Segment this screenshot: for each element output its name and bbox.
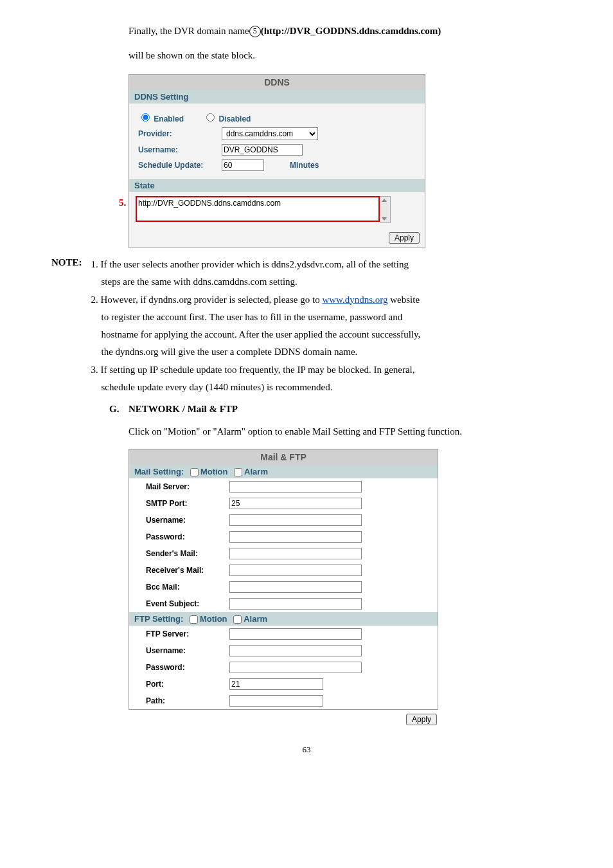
ftp-path-input[interactable] — [229, 695, 323, 707]
senders-mail-input[interactable] — [229, 548, 362, 559]
scrollbar-stub[interactable] — [380, 196, 391, 223]
provider-label: Provider: — [138, 129, 222, 138]
enabled-radio[interactable] — [141, 113, 150, 122]
receivers-mail-label: Receiver's Mail: — [133, 566, 229, 575]
ftp-username-input[interactable] — [229, 645, 362, 656]
senders-mail-label: Sender's Mail: — [133, 549, 229, 558]
disabled-radio[interactable] — [206, 113, 215, 122]
ftp-username-label: Username: — [133, 646, 229, 655]
schedule-input[interactable] — [222, 159, 264, 171]
mail-username-label: Username: — [133, 516, 229, 525]
note-item1-l1: 1. If the user selects another provider … — [91, 257, 421, 272]
mail-username-input[interactable] — [229, 514, 362, 526]
username-input[interactable] — [222, 144, 303, 156]
mail-alarm-checkbox[interactable] — [234, 468, 242, 476]
note-item2-l3: hostname for applying the account. After… — [102, 327, 421, 342]
intro-prefix: Finally, the DVR domain name — [129, 26, 249, 36]
mail-password-label: Password: — [133, 532, 229, 541]
circled-five: 5 — [249, 26, 261, 37]
provider-select[interactable]: ddns.camddns.com — [222, 127, 318, 140]
ftp-port-label: Port: — [133, 680, 229, 689]
mailftp-panel: Mail & FTP Mail Setting: Motion Alarm Ma… — [129, 449, 438, 710]
section-g-letter: G. — [109, 404, 129, 415]
ftp-path-label: Path: — [133, 696, 229, 705]
ddns-title: DDNS — [129, 75, 425, 90]
state-area: 5. http://DVR_GODDNS.ddns.camddns.com — [129, 192, 425, 230]
note-block: NOTE: 1. If the user selects another pro… — [51, 257, 562, 397]
ddns-setting-header: DDNS Setting — [129, 90, 425, 104]
ftp-motion-checkbox[interactable] — [190, 615, 198, 624]
section-g-title: NETWORK / Mail & FTP — [129, 404, 238, 415]
marker-5: 5. — [119, 197, 126, 208]
note-label: NOTE: — [51, 257, 82, 397]
section-g-body: Click on "Motion" or "Alarm" option to e… — [129, 424, 562, 439]
dyndns-link[interactable]: www.dyndns.org — [322, 294, 387, 305]
intro-suffix: (http://DVR_GODDNS.ddns.camddns.com) — [261, 26, 441, 36]
mail-server-input[interactable] — [229, 481, 362, 493]
ftp-port-input[interactable] — [229, 678, 323, 690]
ftp-password-label: Password: — [133, 663, 229, 672]
ddns-panel: DDNS DDNS Setting Enabled Disabled Provi… — [129, 74, 425, 248]
ftp-password-input[interactable] — [229, 662, 362, 673]
section-g-header: G. NETWORK / Mail & FTP — [109, 404, 562, 415]
mail-motion-checkbox[interactable] — [190, 468, 199, 476]
mail-server-label: Mail Server: — [133, 482, 229, 491]
bcc-mail-input[interactable] — [229, 581, 362, 593]
note-item1-l2: steps are the same with ddns.camddns.com… — [102, 275, 421, 289]
event-subject-input[interactable] — [229, 598, 362, 610]
intro-line-1: Finally, the DVR domain name5(http://DVR… — [129, 26, 562, 37]
mail-password-input[interactable] — [229, 531, 362, 543]
note-item2-l4: the dyndns.org will give the user a comp… — [102, 345, 421, 359]
event-subject-label: Event Subject: — [133, 599, 229, 608]
username-label: Username: — [138, 145, 222, 154]
smtp-port-label: SMTP Port: — [133, 499, 229, 508]
mail-setting-header: Mail Setting: Motion Alarm — [129, 465, 438, 478]
smtp-port-input[interactable] — [229, 498, 362, 509]
disabled-radio-label[interactable]: Disabled — [203, 111, 251, 123]
state-textarea[interactable]: http://DVR_GODDNS.ddns.camddns.com — [136, 196, 380, 222]
ftp-setting-header: FTP Setting: Motion Alarm — [129, 612, 438, 626]
minutes-label: Minutes — [290, 161, 319, 170]
note-item2-l2: to register the account first. The user … — [102, 310, 421, 325]
schedule-label: Schedule Update: — [138, 161, 222, 170]
note-item3-l1: 3. If setting up IP schedule update too … — [91, 363, 421, 377]
ftp-server-label: FTP Server: — [133, 629, 229, 638]
note-body: 1. If the user selects another provider … — [91, 257, 421, 397]
ddns-body: Enabled Disabled Provider: ddns.camddns.… — [129, 104, 425, 179]
state-header: State — [129, 179, 425, 192]
note-item2-l1: 2. However, if dyndns.org provider is se… — [91, 293, 421, 307]
page-number: 63 — [51, 745, 562, 755]
note-item3-l2: schedule update every day (1440 minutes)… — [102, 380, 421, 395]
mailftp-apply-button[interactable]: Apply — [406, 714, 437, 725]
bcc-mail-label: Bcc Mail: — [133, 583, 229, 592]
ddns-apply-button[interactable]: Apply — [389, 232, 420, 244]
ftp-alarm-checkbox[interactable] — [233, 615, 242, 624]
receivers-mail-input[interactable] — [229, 565, 362, 576]
enabled-radio-label[interactable]: Enabled — [138, 111, 184, 123]
intro-line-2: will be shown on the state block. — [129, 50, 562, 61]
mailftp-title: Mail & FTP — [129, 449, 438, 465]
ftp-server-input[interactable] — [229, 628, 362, 640]
